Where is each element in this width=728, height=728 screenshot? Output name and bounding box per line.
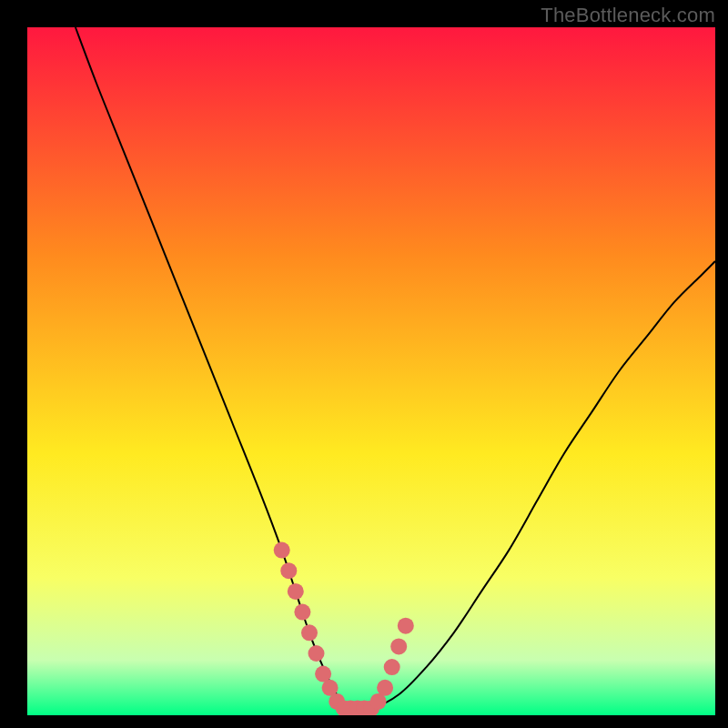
optimal-marker — [384, 659, 400, 675]
chart-frame: TheBottleneck.com — [0, 0, 728, 728]
optimal-marker — [294, 604, 310, 621]
optimal-marker — [308, 645, 325, 662]
optimal-marker — [301, 624, 318, 641]
chart-svg — [27, 27, 715, 715]
optimal-marker — [390, 638, 407, 654]
optimal-marker — [274, 542, 290, 559]
plot-area — [27, 27, 715, 715]
optimal-marker — [288, 583, 304, 600]
optimal-marker — [398, 618, 414, 634]
gradient-background — [27, 27, 715, 715]
optimal-marker — [280, 562, 297, 579]
watermark-text: TheBottleneck.com — [541, 4, 715, 27]
optimal-marker — [377, 680, 393, 696]
